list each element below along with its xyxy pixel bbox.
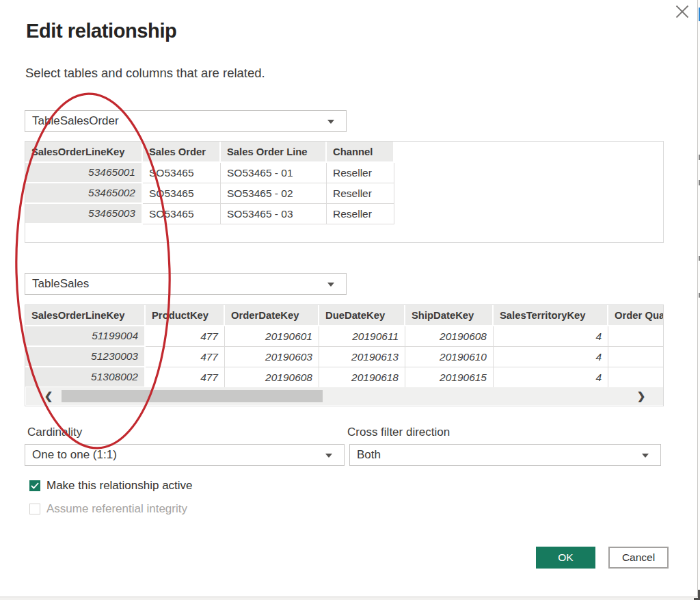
table1-selector-dropdown[interactable]: TableSalesOrder	[25, 110, 347, 132]
dialog-title: Edit relationship	[26, 20, 176, 42]
referential-integrity-row: Assume referential integrity	[29, 502, 187, 516]
table-cell[interactable]: 53465002	[25, 183, 143, 204]
table-cell[interactable]: SO53465 - 03	[221, 204, 327, 224]
table-cell[interactable]: 20190610	[405, 347, 494, 367]
table-cell[interactable]: 51199004	[25, 326, 146, 347]
cancel-button[interactable]: Cancel	[608, 547, 669, 569]
table-cell[interactable]: Reseller	[327, 204, 394, 224]
make-active-label: Make this relationship active	[46, 479, 193, 493]
table2-table: SalesOrderLineKeyProductKeyOrderDateKeyD…	[25, 305, 664, 388]
table-cell[interactable]: 51230003	[25, 347, 146, 367]
chevron-down-icon	[325, 454, 332, 458]
table-row: 53465001SO53465SO53465 - 01Reseller	[25, 163, 394, 183]
table-cell[interactable]: 20190603	[225, 347, 319, 367]
column-header[interactable]: Order Qua	[608, 305, 664, 326]
table-cell[interactable]: 20190611	[319, 326, 405, 347]
column-header[interactable]: OrderDateKey	[225, 305, 319, 326]
cross-filter-value: Both	[357, 448, 381, 462]
cross-filter-label: Cross filter direction	[347, 426, 450, 439]
cardinality-dropdown[interactable]: One to one (1:1)	[25, 444, 345, 466]
header-row: SalesOrderLineKeySales OrderSales Order …	[25, 142, 394, 163]
close-icon	[673, 3, 692, 22]
cardinality-value: One to one (1:1)	[32, 448, 117, 462]
scroll-left-icon[interactable]: ❮	[38, 387, 59, 405]
table-cell[interactable]: 20190608	[405, 326, 494, 347]
make-active-row: Make this relationship active	[29, 479, 193, 493]
chevron-down-icon	[642, 454, 649, 458]
table-cell[interactable]: SO53465 - 02	[221, 183, 327, 204]
table-cell[interactable]: 4	[494, 347, 608, 367]
chevron-down-icon	[327, 120, 334, 124]
table1-table: SalesOrderLineKeySales OrderSales Order …	[25, 142, 394, 224]
table-cell[interactable]: Reseller	[327, 183, 394, 204]
dialog-subtitle: Select tables and columns that are relat…	[25, 66, 265, 81]
table-cell[interactable]	[608, 347, 664, 367]
table-cell[interactable]: 4	[494, 367, 608, 388]
table-cell[interactable]: 20190615	[405, 367, 494, 388]
table-cell[interactable]: SO53465	[143, 183, 221, 204]
table-cell[interactable]: 477	[146, 347, 225, 367]
header-row: SalesOrderLineKeyProductKeyOrderDateKeyD…	[25, 305, 664, 326]
table-row: 53465003SO53465SO53465 - 03Reseller	[25, 204, 394, 224]
table-cell[interactable]: 20190601	[225, 326, 319, 347]
column-header[interactable]: SalesTerritoryKey	[494, 305, 608, 326]
table-row: 513080024772019060820190618201906154	[25, 367, 664, 388]
table-cell[interactable]: 20190613	[319, 347, 405, 367]
table-row: 53465002SO53465SO53465 - 02Reseller	[25, 183, 394, 204]
chevron-down-icon	[327, 283, 334, 287]
table-cell[interactable]	[608, 367, 664, 388]
table-cell[interactable]: 20190608	[225, 367, 319, 388]
column-header[interactable]: DueDateKey	[319, 305, 405, 326]
referential-integrity-checkbox[interactable]	[29, 504, 40, 514]
check-icon	[31, 482, 39, 489]
column-header[interactable]: Sales Order	[143, 142, 221, 163]
close-button[interactable]	[673, 3, 692, 22]
table2-selector-value: TableSales	[32, 277, 89, 291]
column-header[interactable]: ProductKey	[146, 305, 225, 326]
table1-preview-grid: SalesOrderLineKeySales OrderSales Order …	[25, 141, 664, 243]
table-cell[interactable]: 53465003	[25, 204, 143, 224]
table-cell[interactable]: SO53465	[143, 204, 221, 224]
table-cell[interactable]: SO53465	[143, 163, 221, 183]
table-row: 512300034772019060320190613201906104	[25, 347, 664, 367]
column-header[interactable]: Sales Order Line	[221, 142, 327, 163]
table-row: 511990044772019060120190611201906084	[25, 326, 664, 347]
ok-button[interactable]: OK	[536, 547, 595, 569]
table-cell[interactable]: 53465001	[25, 163, 143, 183]
table-cell[interactable]: 4	[494, 326, 608, 347]
make-active-checkbox[interactable]	[29, 480, 40, 491]
backdrop-bottom-strip	[0, 597, 700, 600]
cross-filter-dropdown[interactable]: Both	[349, 444, 661, 466]
table2-selector-dropdown[interactable]: TableSales	[25, 273, 347, 295]
scroll-right-icon[interactable]: ❯	[631, 387, 651, 405]
table2-preview-grid: SalesOrderLineKeyProductKeyOrderDateKeyD…	[25, 304, 664, 406]
cardinality-label: Cardinality	[27, 426, 82, 439]
table-cell[interactable]: 477	[146, 367, 225, 388]
table-cell[interactable]: Reseller	[327, 163, 394, 183]
table-cell[interactable]: SO53465 - 01	[221, 163, 327, 183]
table-cell[interactable]	[608, 326, 664, 347]
horizontal-scrollbar[interactable]: ❮ ❯	[26, 387, 664, 405]
table-cell[interactable]: 20190618	[319, 367, 405, 388]
scrollbar-thumb[interactable]	[62, 390, 323, 402]
table-cell[interactable]: 477	[146, 326, 225, 347]
column-header[interactable]: ShipDateKey	[405, 305, 494, 326]
table1-selector-value: TableSalesOrder	[32, 114, 119, 128]
column-header[interactable]: SalesOrderLineKey	[25, 305, 146, 326]
table-cell[interactable]: 51308002	[25, 367, 146, 388]
column-header[interactable]: SalesOrderLineKey	[25, 142, 143, 163]
column-header[interactable]: Channel	[327, 142, 394, 163]
referential-integrity-label: Assume referential integrity	[46, 502, 187, 516]
